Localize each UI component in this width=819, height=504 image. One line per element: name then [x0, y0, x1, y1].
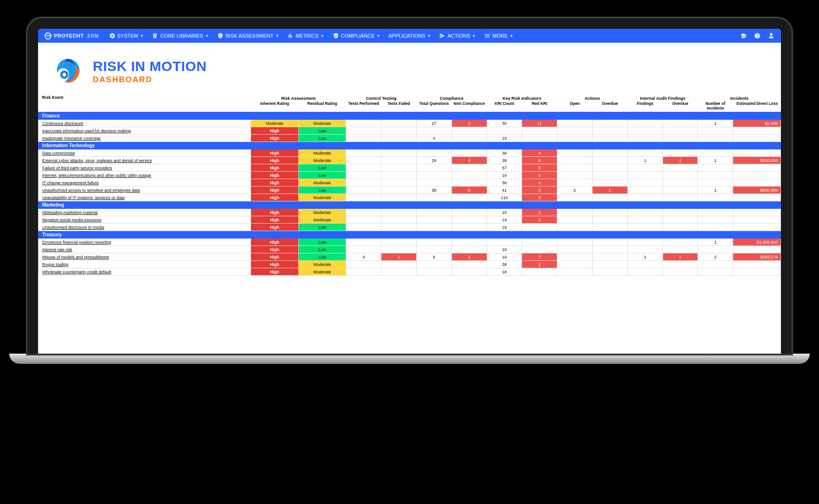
- nav-item-metrics[interactable]: METRICS▼: [287, 32, 324, 39]
- section-header[interactable]: Information Technology: [39, 142, 781, 149]
- nav-item-actions[interactable]: ACTIONS▼: [439, 32, 476, 39]
- nav-item-compliance[interactable]: COMPLIANCE▼: [333, 32, 380, 39]
- cell-open: [557, 209, 593, 216]
- cell-red_kri: 8: [522, 194, 557, 201]
- cell-overdue: [592, 239, 627, 246]
- cell-tests_perf: [346, 239, 381, 246]
- nav-item-risk-assessment[interactable]: RISK ASSESSMENT▼: [217, 32, 279, 39]
- cell-noncomp: [451, 149, 487, 157]
- cell-loss: $1,000,000: [733, 239, 781, 246]
- cell-findings: 1: [627, 157, 663, 164]
- cell-tests_fail: [381, 209, 417, 216]
- colgroup-header: Compliance: [416, 94, 487, 101]
- cell-noncomp: [451, 261, 487, 268]
- nav-item-core-libraries[interactable]: CORE LIBRARIES▼: [152, 32, 209, 39]
- sub-header: Open: [557, 101, 593, 112]
- nav-item-more[interactable]: MORE▼: [484, 32, 513, 39]
- cell-residual: Moderate: [298, 268, 346, 276]
- chevron-down-icon: ▼: [140, 34, 144, 38]
- cell-kri: [487, 127, 522, 135]
- cell-kri: 19: [487, 172, 522, 179]
- cell-findings: 1: [627, 253, 663, 261]
- cell-red_kri: 5: [522, 164, 557, 172]
- table-row: Unauthorised disclosure to mediaHighLow1…: [39, 224, 781, 231]
- cell-kri: 38: [487, 261, 522, 268]
- cell-residual: Low: [298, 135, 346, 142]
- cell-noncomp: [451, 239, 487, 246]
- cell-red_kri: [522, 239, 557, 246]
- risk-event-name[interactable]: Unauthorised disclosure to media: [39, 224, 251, 231]
- cell-loss: [733, 135, 781, 142]
- colgroup-header: Actions: [557, 94, 628, 101]
- table-row: Interest rate riskHighLow18: [39, 246, 781, 253]
- section-header[interactable]: Treasury: [39, 231, 781, 239]
- risk-event-name[interactable]: Negative social media exposure: [39, 216, 251, 224]
- sub-header: Overdue: [592, 101, 627, 112]
- risk-event-name[interactable]: Erroneous financial position reporting: [39, 239, 251, 246]
- cell-total_q: [416, 246, 451, 253]
- cell-inherent: High: [251, 172, 299, 179]
- cell-residual: Low: [298, 224, 346, 231]
- cell-red_kri: [522, 224, 557, 231]
- cell-incidents: [698, 172, 733, 179]
- nav-label: SYSTEM: [117, 33, 138, 39]
- cell-incidents: [698, 216, 733, 224]
- cell-open: [557, 179, 593, 187]
- logo-icon: [52, 56, 84, 87]
- risk-event-name[interactable]: Failure of third party service providers: [39, 164, 251, 172]
- nav-item-applications[interactable]: APPLICATIONS▼: [388, 33, 431, 39]
- risk-event-name[interactable]: Unauthorized access to sensitive and emp…: [39, 187, 251, 194]
- section-header[interactable]: Finance: [39, 112, 781, 120]
- risk-event-name[interactable]: Misleading marketing material: [39, 209, 251, 216]
- risk-event-name[interactable]: Internet, telecommunications and other p…: [39, 172, 251, 179]
- cell-loss: [733, 149, 781, 157]
- risk-event-name[interactable]: Data compromise: [39, 149, 251, 157]
- cell-inherent: High: [251, 157, 299, 164]
- risk-event-name[interactable]: IT change management failure: [39, 179, 251, 187]
- nav-item-system[interactable]: SYSTEM▼: [109, 32, 144, 39]
- cell-open: [557, 127, 593, 135]
- risk-event-name[interactable]: Inadequate insurance coverage: [39, 135, 251, 142]
- table-row: Inaccurate information used for decision…: [39, 127, 781, 135]
- risk-event-name[interactable]: External cyber attacks, virus, malware a…: [39, 157, 251, 164]
- cell-loss: [733, 179, 781, 187]
- cell-kri: 18: [487, 268, 522, 276]
- risk-event-name[interactable]: Misuse of models and spreadsheets: [39, 253, 251, 261]
- cell-inherent: High: [251, 187, 299, 194]
- cell-residual: Moderate: [298, 179, 346, 187]
- user-icon[interactable]: [768, 32, 774, 39]
- risk-event-name[interactable]: Wholesale counterparty credit default: [39, 268, 251, 276]
- risk-event-name[interactable]: Inaccurate information used for decision…: [39, 127, 251, 135]
- cell-kri: 30: [487, 120, 522, 127]
- sub-header: Estimated Direct Loss: [733, 101, 781, 112]
- cell-loss: [733, 209, 781, 216]
- cell-kri: 18: [487, 246, 522, 253]
- cell-open: [557, 216, 593, 224]
- cell-incidents: [698, 164, 733, 172]
- cell-incidents: [698, 194, 733, 201]
- cell-open: 2: [557, 187, 593, 194]
- cell-total_q: [416, 164, 451, 172]
- cell-findings: [627, 135, 663, 142]
- cell-tests_fail: [381, 135, 417, 142]
- cell-overdue: [592, 216, 627, 224]
- cell-tests_fail: [381, 239, 417, 246]
- cell-residual: Low: [298, 239, 346, 246]
- help-icon[interactable]: [754, 32, 761, 39]
- risk-event-name[interactable]: Continuous disclosure: [39, 120, 251, 127]
- cell-inherent: High: [251, 149, 299, 157]
- graduation-icon[interactable]: [740, 32, 747, 39]
- colgroup-header: Incidents: [698, 94, 781, 101]
- risk-event-name[interactable]: Rogue trading: [39, 261, 251, 268]
- cell-overdue: [592, 127, 627, 135]
- risk-event-name[interactable]: Unavailability of IT systems, services o…: [39, 194, 251, 201]
- cell-residual: Moderate: [298, 157, 346, 164]
- chevron-down-icon: ▼: [275, 34, 279, 38]
- brand-logo[interactable]: PROTECHT.ERM: [45, 32, 99, 39]
- section-header[interactable]: Marketing: [39, 201, 781, 209]
- cell-tests_fail: [381, 268, 417, 276]
- colgroup-header: Internal Audit Findings: [627, 94, 698, 101]
- risk-event-name[interactable]: Interest rate risk: [39, 246, 251, 253]
- sub-header: KRI Count: [487, 101, 522, 112]
- cell-residual: Moderate: [298, 194, 346, 201]
